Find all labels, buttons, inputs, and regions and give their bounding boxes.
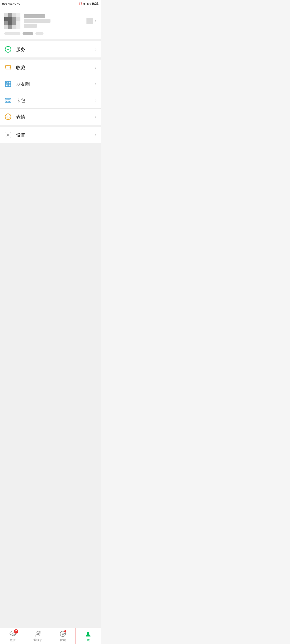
- menu-item-cards[interactable]: 卡包 ›: [0, 92, 101, 109]
- menu-label-moments: 朋友圈: [16, 81, 95, 87]
- bluetooth-icon: ✱: [83, 2, 85, 5]
- me-tab-icon: [85, 630, 92, 637]
- wechat-badge: 2: [14, 629, 18, 634]
- status-bar: HD1 HD2 4G 4G ⏰ ✱ ▮99 9:21: [0, 0, 101, 8]
- tab-item-me[interactable]: 我: [75, 628, 101, 644]
- tab-item-contacts[interactable]: 通讯录: [25, 628, 50, 644]
- svg-point-14: [13, 634, 13, 635]
- menu-chevron-services: ›: [95, 47, 96, 52]
- svg-rect-4: [5, 84, 8, 87]
- svg-rect-8: [5, 98, 11, 102]
- menu-item-emoji[interactable]: 表情 ›: [0, 109, 101, 125]
- discover-tab-label: 发现: [60, 638, 66, 642]
- profile-chevron-icon: ›: [95, 19, 96, 23]
- menu-chevron-emoji: ›: [95, 114, 96, 119]
- name-bar-tertiary: [24, 24, 37, 28]
- menu-section-services: 服务 ›: [0, 41, 101, 57]
- tag-bar-3: [35, 32, 44, 35]
- svg-point-11: [9, 116, 9, 117]
- menu-chevron-moments: ›: [95, 82, 96, 86]
- profile-info: [24, 14, 83, 28]
- profile-tags: [4, 32, 96, 35]
- menu-label-services: 服务: [16, 46, 95, 53]
- tag-bar-1: [4, 32, 20, 35]
- menu-label-favorites: 收藏: [16, 65, 95, 71]
- moments-icon: [4, 80, 12, 88]
- gray-fill: [0, 143, 101, 628]
- svg-point-12: [7, 134, 9, 136]
- svg-point-10: [7, 116, 8, 117]
- svg-point-17: [37, 632, 39, 634]
- menu-label-settings: 设置: [16, 132, 95, 138]
- menu-section-main: 收藏 › 朋友圈 › 卡包 ›: [0, 60, 101, 125]
- menu-item-moments[interactable]: 朋友圈 ›: [0, 76, 101, 92]
- status-time: 9:21: [92, 2, 99, 6]
- menu-item-settings[interactable]: 设置 ›: [0, 127, 101, 143]
- me-tab-label: 我: [87, 638, 90, 642]
- alarm-icon: ⏰: [79, 2, 82, 5]
- profile-section[interactable]: ›: [0, 8, 101, 39]
- qr-code: [86, 18, 93, 24]
- menu-chevron-settings: ›: [95, 133, 96, 137]
- status-right: ⏰ ✱ ▮99 9:21: [79, 2, 99, 6]
- profile-main[interactable]: ›: [4, 13, 96, 29]
- battery-icon: ▮99: [86, 2, 91, 5]
- menu-section-settings: 设置 ›: [0, 127, 101, 143]
- tab-item-wechat[interactable]: 2 微信: [0, 628, 25, 644]
- contacts-tab-icon: [34, 630, 41, 637]
- avatar: [4, 13, 20, 29]
- service-icon: [4, 46, 12, 53]
- menu-item-services[interactable]: 服务 ›: [0, 41, 101, 57]
- favorite-icon: [4, 64, 12, 71]
- svg-point-16: [14, 634, 15, 635]
- menu-label-cards: 卡包: [16, 97, 95, 104]
- profile-right: ›: [86, 18, 96, 24]
- svg-point-23: [87, 632, 89, 634]
- name-bar-primary: [24, 14, 45, 18]
- emoji-icon: [4, 113, 12, 120]
- network-info: HD1 HD2 4G 4G: [2, 2, 20, 5]
- wechat-tab-icon: 2: [9, 630, 16, 637]
- profile-name-row: [24, 14, 83, 28]
- menu-item-favorites[interactable]: 收藏 ›: [0, 60, 101, 76]
- discover-tab-icon: [59, 630, 66, 637]
- contacts-tab-label: 通讯录: [33, 638, 42, 642]
- menu-label-emoji: 表情: [16, 114, 95, 120]
- menu-chevron-favorites: ›: [95, 65, 96, 70]
- card-icon: [4, 97, 12, 104]
- settings-icon: [4, 131, 12, 139]
- svg-point-22: [63, 633, 63, 634]
- section-divider-1: [0, 39, 101, 41]
- svg-rect-5: [8, 84, 11, 87]
- menu-chevron-cards: ›: [95, 98, 96, 103]
- tag-bar-2: [23, 32, 33, 35]
- large-divider-2: [0, 125, 101, 127]
- name-bar-secondary: [24, 19, 50, 23]
- svg-point-9: [5, 114, 11, 120]
- svg-rect-3: [8, 81, 11, 84]
- discover-dot-badge: [64, 630, 66, 632]
- svg-point-15: [13, 634, 14, 635]
- tab-bar: 2 微信 通讯录 发现: [0, 628, 101, 644]
- status-left: HD1 HD2 4G 4G: [2, 2, 20, 5]
- tab-item-discover[interactable]: 发现: [50, 628, 76, 644]
- large-divider-1: [0, 57, 101, 60]
- wechat-tab-label: 微信: [10, 638, 16, 642]
